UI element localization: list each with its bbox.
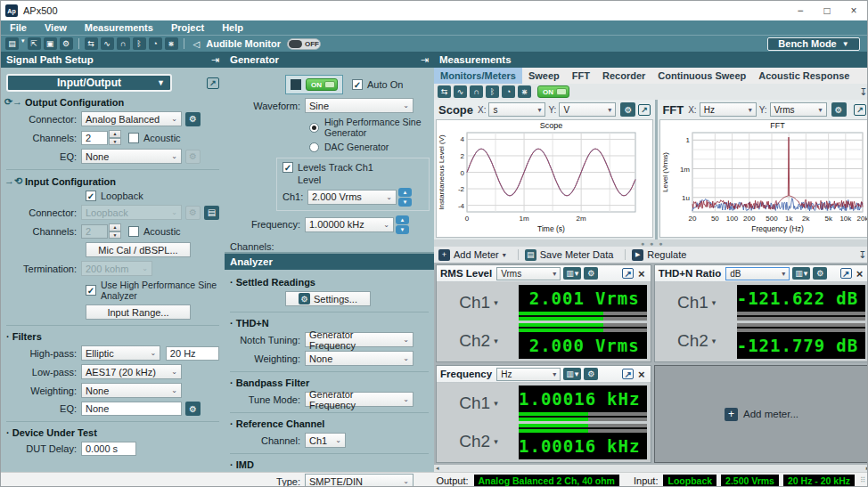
channel-selector[interactable]: Ch1▾ — [440, 386, 517, 421]
close-icon[interactable]: × — [855, 267, 865, 280]
bar-graph-style-icon[interactable]: ▥▾ — [563, 267, 581, 280]
mic-cal-button[interactable]: Mic Cal / dBSPL... — [86, 242, 191, 257]
clock-icon[interactable]: ◔ — [149, 37, 162, 50]
settings-gear-icon[interactable]: ⚙ — [60, 37, 73, 50]
menu-file[interactable]: File — [1, 22, 36, 33]
clock-icon[interactable]: ◔ — [502, 85, 515, 98]
acoustic-checkbox[interactable] — [128, 226, 139, 237]
channel-selector[interactable]: Ch2▾ — [659, 323, 735, 359]
menu-help[interactable]: Help — [213, 22, 252, 33]
tab-monitors-meters[interactable]: Monitors/Meters — [434, 68, 522, 84]
output-channels-input[interactable]: 2 — [81, 131, 108, 145]
fft-settings-icon[interactable]: ⚙ — [831, 102, 847, 117]
scope-settings-icon[interactable]: ⚙ — [620, 102, 635, 117]
new-file-icon[interactable]: ▤ — [5, 37, 19, 50]
tab-sweep[interactable]: Sweep — [522, 68, 566, 84]
headphone-icon[interactable]: ∩ — [117, 37, 130, 50]
channel-selector[interactable]: Ch2▾ — [440, 323, 517, 359]
bench-mode-dropdown[interactable]: Bench Mode ▼ — [767, 37, 860, 51]
bluetooth-icon[interactable]: ᛒ — [133, 37, 146, 50]
dock-icon[interactable]: ⇥ — [211, 54, 219, 66]
scope-y-unit-select[interactable]: V▾ — [559, 102, 616, 117]
popout-icon[interactable]: ↗ — [854, 104, 866, 116]
popout-icon[interactable]: ↗ — [622, 369, 634, 379]
generator-wave-icon[interactable]: ∿ — [101, 37, 114, 50]
bar-graph-style-icon[interactable]: ▥▾ — [792, 267, 810, 280]
input-list-icon[interactable]: ▤ — [204, 206, 219, 220]
input-range-button[interactable]: Input Range... — [86, 304, 191, 320]
open-project-icon[interactable]: ⇱ — [28, 37, 41, 50]
tab-continuous-sweep[interactable]: Continuous Sweep — [651, 68, 752, 84]
tab-fft[interactable]: FFT — [566, 68, 596, 84]
signal-monitor-icon[interactable]: ⋇ — [165, 37, 178, 50]
resize-grip[interactable]: ⠿ — [860, 476, 865, 484]
close-icon[interactable]: × — [636, 368, 647, 381]
horizontal-scrollbar[interactable]: ◂ ▸ — [434, 465, 868, 472]
channel-selector[interactable]: Ch2▾ — [440, 424, 517, 459]
channels-stepper[interactable]: ▲▼ — [109, 130, 121, 145]
settings-button[interactable]: ⚙ Settings... — [285, 291, 371, 306]
output-connector-settings-icon[interactable]: ⚙ — [185, 112, 201, 126]
menu-view[interactable]: View — [36, 22, 76, 33]
new-file-caret[interactable]: ▾ — [21, 37, 25, 50]
regulate-button[interactable]: ▶ Regulate — [632, 249, 692, 261]
bar-graph-style-icon[interactable]: ▥▾ — [563, 368, 581, 380]
pin-icon[interactable]: ↧ — [859, 86, 867, 98]
save-icon[interactable]: ▣ — [44, 37, 57, 50]
signal-path-selector[interactable]: Input/Output ▼ — [6, 74, 172, 92]
output-connector-select[interactable]: Analog Balanced ⌄ — [81, 111, 182, 126]
levels-track-checkbox[interactable]: ✓ — [283, 162, 293, 173]
close-button[interactable]: × — [840, 1, 867, 20]
popout-icon[interactable]: ↗ — [638, 104, 651, 116]
tune-mode-select[interactable]: Generator Frequency ⌄ — [305, 392, 414, 407]
hps-generator-radio[interactable] — [309, 123, 319, 133]
add-meter-tile[interactable]: +Add meter... — [654, 365, 868, 463]
high-pass-select[interactable]: Elliptic ⌄ — [81, 345, 160, 361]
popout-icon[interactable]: ↗ — [622, 268, 634, 279]
ch1-level-select[interactable]: 2.000 Vrms ⌄ — [307, 190, 397, 205]
low-pass-select[interactable]: AES17 (20 kHz) ⌄ — [81, 364, 182, 379]
level-stepper[interactable]: ▲▼ — [398, 187, 412, 207]
minimize-button[interactable]: − — [787, 1, 814, 20]
channel-selector[interactable]: Ch1▾ — [659, 285, 735, 321]
filters-eq-input[interactable]: None — [81, 402, 182, 416]
audible-monitor-toggle[interactable]: OFF — [287, 38, 321, 50]
notch-tuning-select[interactable]: Generator Frequency ⌄ — [305, 332, 414, 347]
popout-icon[interactable]: ↗ — [207, 77, 219, 89]
hps-analyzer-checkbox[interactable]: ✓ — [86, 285, 96, 296]
fft-y-unit-select[interactable]: Vrms▾ — [770, 102, 827, 117]
frequency-stepper[interactable]: ▲▼ — [396, 215, 409, 234]
analyzer-weighting-select[interactable]: None ⌄ — [305, 351, 414, 366]
bluetooth-icon[interactable]: ᛒ — [486, 85, 499, 98]
signal-path-swap-icon[interactable]: ⇆ — [85, 37, 98, 50]
tab-recorder[interactable]: Recorder — [596, 68, 651, 84]
meter-unit-select[interactable]: dB▾ — [725, 267, 790, 280]
menu-measurements[interactable]: Measurements — [76, 22, 162, 33]
monitor-on-toggle[interactable]: ON — [537, 85, 569, 98]
signal-path-swap-icon[interactable]: ⇆ — [438, 85, 451, 98]
horizontal-splitter[interactable]: ● ● ● — [434, 239, 868, 247]
filters-eq-settings-icon[interactable]: ⚙ — [185, 402, 201, 416]
meter-settings-icon[interactable]: ⚙ — [813, 267, 827, 280]
save-meter-data-button[interactable]: ▤ Save Meter Data — [525, 249, 619, 261]
channel-selector[interactable]: Ch1▾ — [440, 285, 517, 321]
waveform-select[interactable]: Sine ⌄ — [305, 98, 414, 113]
menu-project[interactable]: Project — [162, 22, 213, 33]
dut-delay-input[interactable]: 0.000 s — [81, 442, 136, 456]
meter-settings-icon[interactable]: ⚙ — [584, 267, 598, 280]
auto-on-checkbox[interactable]: ✓ — [352, 79, 363, 90]
generator-wave-icon[interactable]: ∿ — [454, 85, 467, 98]
dac-generator-radio[interactable] — [309, 142, 319, 152]
weighting-select[interactable]: None ⌄ — [81, 383, 182, 398]
acoustic-checkbox[interactable] — [128, 133, 139, 143]
meter-unit-select[interactable]: Vrms▾ — [496, 267, 561, 280]
fft-x-unit-select[interactable]: Hz▾ — [700, 102, 757, 117]
dock-icon[interactable]: ⇥ — [421, 54, 429, 66]
high-pass-frequency-input[interactable]: 20 Hz — [166, 346, 219, 361]
scroll-left-arrow[interactable]: ◂ — [436, 465, 439, 472]
meter-unit-select[interactable]: Hz▾ — [496, 368, 561, 381]
reference-channel-select[interactable]: Ch1 ⌄ — [305, 433, 346, 448]
meter-settings-icon[interactable]: ⚙ — [584, 368, 598, 380]
output-eq-select[interactable]: None ⌄ — [81, 149, 182, 164]
pin-icon[interactable]: ↧ — [858, 249, 866, 261]
